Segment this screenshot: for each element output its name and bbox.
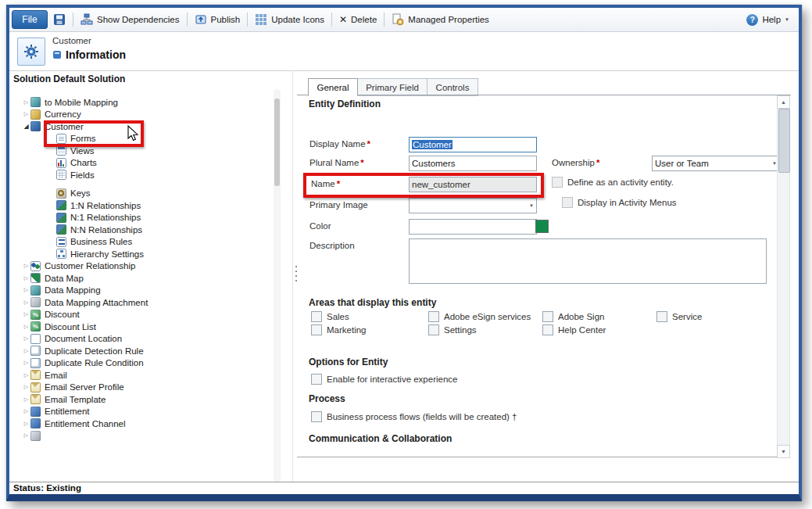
tree-item-discount-list[interactable]: ▷Discount List <box>9 321 280 333</box>
toolbar-separator <box>331 13 332 27</box>
expand-arrow-icon[interactable]: ▷ <box>22 311 30 317</box>
tree-item-data-map[interactable]: ▷Data Map <box>9 272 280 285</box>
scroll-down-button[interactable]: ▼ <box>777 445 790 458</box>
tree-item-duplicate-detection-rule[interactable]: ▷Duplicate Detection Rule <box>9 345 280 357</box>
expand-arrow-icon[interactable]: ▷ <box>22 275 30 281</box>
expand-arrow-icon[interactable]: ▷ <box>22 384 30 390</box>
interactive-experience-checkbox[interactable] <box>311 374 322 385</box>
dependencies-icon <box>80 13 93 26</box>
tree-item-hierarchy-settings[interactable]: Hierarchy Settings <box>9 248 280 260</box>
expand-arrow-icon[interactable]: ▷ <box>22 263 30 269</box>
help-menu[interactable]: ? Help ▼ <box>746 14 789 26</box>
tree-item-entitlement[interactable]: ▷Entitlement <box>9 406 280 418</box>
tree-item-email-template[interactable]: ▷Email Template <box>9 393 280 406</box>
toolbar-separator <box>384 13 385 27</box>
area-service-row: Service <box>656 311 702 322</box>
tree-scrollbar-thumb[interactable] <box>274 99 280 186</box>
color-swatch[interactable] <box>535 220 549 233</box>
panel-bottom-divider <box>297 457 789 457</box>
expand-arrow-icon[interactable]: ▷ <box>22 287 30 293</box>
tree-item-document-location[interactable]: ▷Document Location <box>9 333 280 346</box>
tree-item-data-mapping-attachment[interactable]: ▷Data Mapping Attachment <box>9 296 280 309</box>
process-flows-row: Business process flows (fields will be c… <box>311 411 517 422</box>
area-settings-row: Settings <box>428 324 477 335</box>
service-checkbox[interactable] <box>656 311 667 322</box>
help-center-checkbox[interactable] <box>542 324 553 335</box>
tree-item-many-to-one-relationships[interactable]: N:1 Relationships <box>9 212 280 224</box>
section-process: Process <box>309 393 345 404</box>
duplicate-rule-icon <box>30 346 41 356</box>
keys-icon <box>56 188 66 199</box>
delete-icon: ✕ <box>339 15 347 24</box>
adobe-sign-checkbox[interactable] <box>542 311 553 322</box>
duplicate-condition-icon <box>30 358 41 368</box>
activity-entity-checkbox[interactable] <box>552 177 563 188</box>
managed-properties-button[interactable]: Managed Properties <box>392 13 489 26</box>
delete-button[interactable]: ✕ Delete <box>339 15 377 24</box>
tree-item-fields[interactable]: Fields <box>9 169 280 181</box>
marketing-checkbox[interactable] <box>311 324 322 335</box>
tree-item-keys[interactable]: Keys <box>9 188 280 200</box>
attachment-icon <box>30 297 41 307</box>
adobe-esign-checkbox[interactable] <box>428 311 439 322</box>
scroll-up-button[interactable]: ▲ <box>777 95 790 109</box>
expand-arrow-icon[interactable]: ▷ <box>22 324 30 330</box>
tree-item-customer-relationship[interactable]: ▷Customer Relationship <box>9 260 280 273</box>
interactive-experience-row: Enable for interactive experience <box>311 374 458 385</box>
description-textarea[interactable] <box>409 238 767 284</box>
expand-arrow-icon[interactable]: ▷ <box>22 421 30 427</box>
expand-arrow-icon[interactable]: ▷ <box>22 396 30 403</box>
show-dependencies-button[interactable]: Show Dependencies <box>80 13 180 26</box>
tree-item-duplicate-rule-condition[interactable]: ▷Duplicate Rule Condition <box>9 357 280 370</box>
tree-item-business-rules[interactable]: Business Rules <box>9 236 280 249</box>
toolbar-separator <box>73 13 73 27</box>
tree-item-data-mapping[interactable]: ▷Data Mapping <box>9 285 280 297</box>
primary-image-select[interactable]: ▼ <box>409 198 537 213</box>
tree-item-clipped[interactable]: ▷ <box>9 430 280 443</box>
tree-item-email[interactable]: ▷Email <box>9 369 280 382</box>
update-icons-icon <box>255 13 267 26</box>
entitlement-channel-icon <box>30 418 41 428</box>
expand-arrow-icon[interactable]: ▷ <box>22 99 30 106</box>
save-icon <box>53 13 66 26</box>
tree-item-entitlement-channel[interactable]: ▷Entitlement Channel <box>9 418 280 430</box>
expand-arrow-icon[interactable]: ▷ <box>22 299 30 306</box>
ownership-select[interactable]: User or Team▼ <box>652 156 780 171</box>
process-flows-checkbox[interactable] <box>311 411 322 422</box>
expand-arrow-icon[interactable]: ▷ <box>22 372 30 378</box>
update-icons-button[interactable]: Update Icons <box>255 13 324 26</box>
display-name-input[interactable]: Customer <box>409 137 537 152</box>
tree-item-discount[interactable]: ▷Discount <box>9 309 280 321</box>
tab-controls[interactable]: Controls <box>427 78 478 96</box>
activity-menus-checkbox[interactable] <box>562 197 573 208</box>
expand-arrow-icon[interactable]: ▷ <box>22 360 30 366</box>
file-button[interactable]: File <box>12 10 48 29</box>
tree-item-email-server-profile[interactable]: ▷Email Server Profile <box>9 382 280 394</box>
expand-arrow-icon[interactable]: ▷ <box>22 432 30 439</box>
publish-button[interactable]: Publish <box>195 13 241 26</box>
tab-primary-field[interactable]: Primary Field <box>357 78 427 96</box>
tree-item-many-to-many-relationships[interactable]: N:N Relationships <box>9 224 280 236</box>
expand-arrow-icon[interactable]: ▷ <box>22 335 30 342</box>
activity-entity-checkbox-row: Define as an activity entity. <box>552 177 674 188</box>
tree-item-charts[interactable]: Charts <box>9 157 280 170</box>
settings-checkbox[interactable] <box>428 324 439 335</box>
sales-checkbox[interactable] <box>311 311 322 322</box>
document-location-icon <box>30 334 41 344</box>
expand-arrow-icon[interactable]: ▷ <box>22 348 30 354</box>
save-button[interactable] <box>53 13 66 26</box>
clipped-item-icon <box>30 431 41 441</box>
collapse-arrow-icon[interactable]: ◢ <box>22 123 30 130</box>
plural-name-input[interactable]: Customers <box>409 156 537 171</box>
color-input[interactable] <box>409 219 537 235</box>
publish-icon <box>195 13 207 26</box>
tree-item-mobile-mapping[interactable]: ▷to Mobile Mapping <box>9 96 280 109</box>
tab-divider <box>297 95 791 95</box>
help-icon: ? <box>746 14 758 26</box>
expand-arrow-icon[interactable]: ▷ <box>22 408 30 414</box>
expand-arrow-icon[interactable]: ▷ <box>22 111 30 117</box>
tree-item-currency[interactable]: ▷Currency <box>9 109 280 121</box>
tab-general[interactable]: General <box>308 78 358 96</box>
tree-item-one-to-many-relationships[interactable]: 1:N Relationships <box>9 199 280 212</box>
main-scrollbar-thumb[interactable] <box>778 109 790 173</box>
